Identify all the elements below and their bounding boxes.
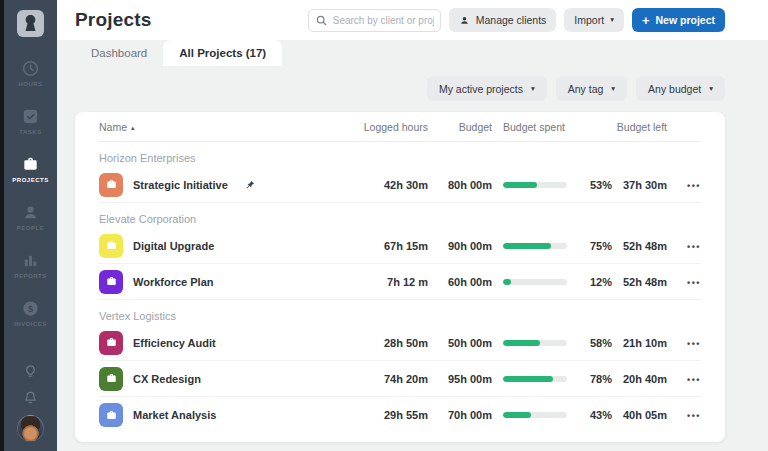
table-header: Name▴ Logged hours Budget Budget spent B…: [99, 112, 701, 142]
user-avatar[interactable]: [17, 415, 44, 442]
budget-value: 70h 00m: [428, 409, 492, 421]
page-title: Projects: [75, 9, 152, 31]
bell-icon[interactable]: [22, 389, 39, 406]
budget-value: 60h 00m: [428, 276, 492, 288]
tab-dashboard[interactable]: Dashboard: [75, 40, 163, 66]
import-button[interactable]: Import ▾: [564, 8, 624, 32]
chevron-down-icon: ▾: [709, 85, 713, 93]
person-icon: [21, 203, 40, 222]
table-row[interactable]: Workforce Plan 7h 12 m 60h 00m 12% 52h 4…: [99, 264, 701, 300]
client-group-label: Elevate Corporation: [99, 203, 701, 228]
project-name: Digital Upgrade: [133, 240, 214, 252]
logged-hours-value: 29h 55m: [339, 409, 428, 421]
app-logo[interactable]: [17, 10, 44, 37]
budget-value: 50h 00m: [428, 337, 492, 349]
column-header-budget: Budget: [428, 121, 492, 133]
project-name: Strategic Initiative: [133, 179, 228, 191]
budget-value: 95h 00m: [428, 373, 492, 385]
row-menu-button[interactable]: •••: [667, 181, 701, 191]
tab-all-projects-label: All Projects (17): [179, 47, 266, 59]
plus-icon: +: [642, 14, 650, 27]
main-area: Projects Manage clients Import ▾ + New p…: [57, 0, 768, 451]
budget-left-value: 37h 30m: [612, 179, 667, 191]
budget-spent-fill: [503, 376, 553, 382]
budget-spent-fill: [503, 340, 540, 346]
logged-hours-value: 67h 15m: [339, 240, 428, 252]
budget-left-value: 40h 05m: [612, 409, 667, 421]
budget-left-value: 52h 48m: [612, 276, 667, 288]
row-menu-button[interactable]: •••: [667, 242, 701, 252]
pin-icon[interactable]: [244, 179, 256, 191]
filter-active-projects[interactable]: My active projects ▾: [427, 76, 547, 101]
svg-text:$: $: [28, 304, 33, 314]
table-row[interactable]: Digital Upgrade 67h 15m 90h 00m 75% 52h …: [99, 228, 701, 264]
import-label: Import: [574, 14, 604, 26]
sidebar-item-label: PEOPLE: [17, 225, 44, 231]
briefcase-glyph-icon: [105, 239, 118, 252]
tab-all-projects[interactable]: All Projects (17): [163, 40, 282, 66]
column-header-name[interactable]: Name▴: [99, 121, 339, 133]
filter-budget[interactable]: Any budget ▾: [636, 76, 725, 101]
search-box: [308, 9, 441, 32]
sidebar-item-label: TASKS: [19, 129, 41, 135]
chevron-down-icon: ▾: [531, 85, 535, 93]
briefcase-glyph-icon: [105, 336, 118, 349]
row-menu-button[interactable]: •••: [667, 375, 701, 385]
sidebar-item-reports[interactable]: REPORTS: [4, 241, 57, 289]
column-header-logged-hours: Logged hours: [339, 121, 428, 133]
filter-tag[interactable]: Any tag ▾: [556, 76, 627, 101]
budget-spent-bar: [492, 340, 567, 346]
project-name: Workforce Plan: [133, 276, 214, 288]
filter-tag-label: Any tag: [568, 83, 604, 95]
column-header-budget-spent: Budget spent: [492, 121, 567, 133]
budget-spent-bar: [492, 279, 567, 285]
row-menu-button[interactable]: •••: [667, 411, 701, 421]
table-row[interactable]: Market Analysis 29h 55m 70h 00m 43% 40h …: [99, 397, 701, 433]
logged-hours-value: 28h 50m: [339, 337, 428, 349]
new-project-button[interactable]: + New project: [632, 8, 725, 32]
table-row[interactable]: CX Redesign 74h 20m 95h 00m 78% 20h 40m …: [99, 361, 701, 397]
sidebar-item-projects[interactable]: PROJECTS: [4, 145, 57, 193]
sidebar-item-tasks[interactable]: TASKS: [4, 97, 57, 145]
new-project-label: New project: [655, 14, 715, 26]
budget-left-value: 20h 40m: [612, 373, 667, 385]
filter-bar: My active projects ▾ Any tag ▾ Any budge…: [57, 76, 725, 101]
tab-bar: Dashboard All Projects (17): [57, 40, 768, 66]
budget-spent-bar: [492, 182, 567, 188]
lightbulb-icon[interactable]: [22, 363, 39, 380]
sidebar-item-label: HOURS: [18, 81, 42, 87]
search-icon: [315, 14, 328, 27]
project-color-icon: [99, 367, 123, 391]
project-color-icon: [99, 331, 123, 355]
budget-spent-percent: 12%: [567, 276, 612, 288]
sidebar-item-people[interactable]: PEOPLE: [4, 193, 57, 241]
budget-spent-percent: 53%: [567, 179, 612, 191]
sidebar: HOURS TASKS PROJECTS PEOPLE: [0, 0, 57, 451]
project-color-icon: [99, 270, 123, 294]
briefcase-glyph-icon: [105, 372, 118, 385]
client-group-label: Vertex Logistics: [99, 300, 701, 325]
project-name: Efficiency Audit: [133, 337, 216, 349]
budget-spent-fill: [503, 279, 511, 285]
sidebar-item-invoices[interactable]: $ INVOICES: [4, 289, 57, 337]
chevron-down-icon: ▾: [610, 16, 614, 24]
manage-clients-button[interactable]: Manage clients: [449, 8, 557, 32]
briefcase-glyph-icon: [105, 178, 118, 191]
clock-icon: [21, 59, 40, 78]
sidebar-item-label: INVOICES: [14, 321, 47, 327]
filter-budget-label: Any budget: [648, 83, 701, 95]
sidebar-item-hours[interactable]: HOURS: [4, 49, 57, 97]
row-menu-button[interactable]: •••: [667, 278, 701, 288]
budget-value: 80h 00m: [428, 179, 492, 191]
table-row[interactable]: Strategic Initiative 42h 30m 80h 00m 53%…: [99, 167, 701, 203]
budget-value: 90h 00m: [428, 240, 492, 252]
chevron-down-icon: ▾: [611, 85, 615, 93]
logged-hours-value: 74h 20m: [339, 373, 428, 385]
table-row[interactable]: Efficiency Audit 28h 50m 50h 00m 58% 21h…: [99, 325, 701, 361]
budget-spent-percent: 75%: [567, 240, 612, 252]
budget-spent-bar: [492, 412, 567, 418]
budget-spent-fill: [503, 412, 531, 418]
budget-spent-bar: [492, 243, 567, 249]
briefcase-glyph-icon: [105, 275, 118, 288]
row-menu-button[interactable]: •••: [667, 339, 701, 349]
